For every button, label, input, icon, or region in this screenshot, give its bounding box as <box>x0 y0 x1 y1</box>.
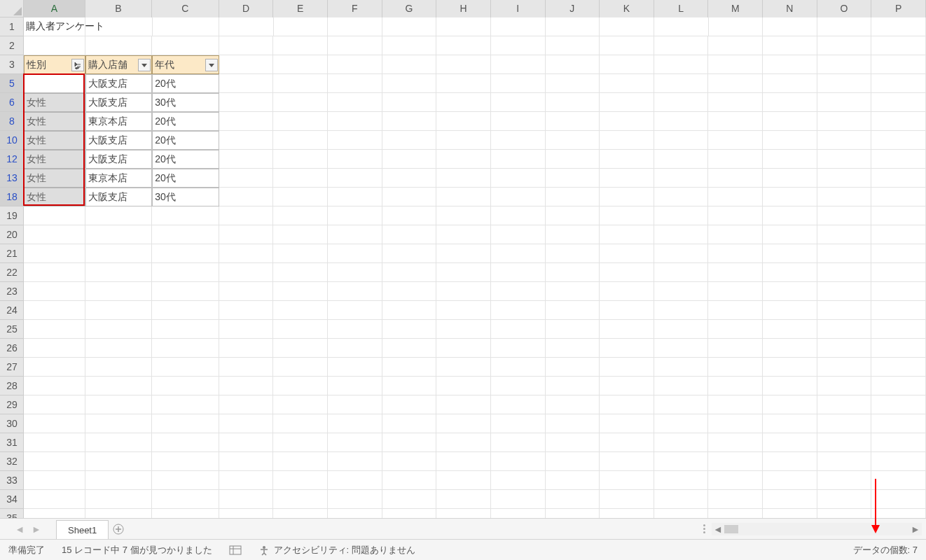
cell[interactable] <box>273 490 328 509</box>
row-header[interactable]: 1 <box>0 18 24 36</box>
cell[interactable] <box>382 320 437 339</box>
cell[interactable] <box>85 320 153 339</box>
column-header-B[interactable]: B <box>85 0 153 18</box>
cell[interactable] <box>871 490 926 509</box>
column-header-J[interactable]: J <box>546 0 600 18</box>
cell[interactable] <box>600 452 654 471</box>
table-cell[interactable]: 女性 <box>24 74 85 93</box>
cell[interactable] <box>546 490 600 509</box>
cell[interactable] <box>546 244 600 263</box>
table-cell[interactable]: 大阪支店 <box>85 131 153 150</box>
cell[interactable] <box>382 433 437 452</box>
cell[interactable] <box>436 396 491 414</box>
cell[interactable] <box>708 320 763 339</box>
cell[interactable] <box>219 93 274 112</box>
cell[interactable] <box>491 509 546 518</box>
cell[interactable] <box>600 377 654 396</box>
cell[interactable] <box>436 18 491 36</box>
cell[interactable] <box>763 509 817 518</box>
cell[interactable] <box>382 36 437 55</box>
cell[interactable] <box>491 18 546 36</box>
cell[interactable] <box>654 112 709 131</box>
cell[interactable] <box>817 490 872 509</box>
cell[interactable] <box>817 339 872 358</box>
cell[interactable] <box>491 169 546 188</box>
cell[interactable] <box>817 452 872 471</box>
cell[interactable] <box>382 263 437 282</box>
cell[interactable] <box>382 55 437 74</box>
cell[interactable] <box>546 36 600 55</box>
cell[interactable] <box>871 36 926 55</box>
table-header[interactable]: 購入店舗 <box>85 55 153 74</box>
row-header[interactable]: 24 <box>0 301 24 320</box>
cell[interactable] <box>85 225 153 244</box>
cell[interactable] <box>328 358 382 377</box>
cell[interactable] <box>871 112 926 131</box>
cell[interactable] <box>708 377 763 396</box>
cell[interactable] <box>152 263 219 282</box>
cell[interactable] <box>382 150 437 169</box>
cell[interactable] <box>708 131 763 150</box>
cell[interactable] <box>85 36 153 55</box>
cell[interactable] <box>654 55 709 74</box>
cell[interactable] <box>273 188 328 206</box>
cell[interactable] <box>273 452 328 471</box>
cell[interactable] <box>763 55 817 74</box>
cell[interactable] <box>219 301 274 320</box>
table-cell[interactable]: 女性 <box>24 188 85 206</box>
cell[interactable] <box>491 282 546 301</box>
sheet-tab[interactable]: Sheet1 <box>56 520 109 540</box>
cell[interactable] <box>491 377 546 396</box>
cell[interactable] <box>817 150 872 169</box>
cell[interactable] <box>763 74 817 93</box>
cell[interactable] <box>600 131 654 150</box>
cell[interactable] <box>436 188 491 206</box>
cell[interactable] <box>817 301 872 320</box>
cell[interactable] <box>763 263 817 282</box>
row-header[interactable]: 22 <box>0 263 24 282</box>
cell[interactable] <box>436 206 491 225</box>
cell[interactable] <box>491 36 546 55</box>
cell[interactable] <box>708 36 763 55</box>
cell[interactable] <box>328 452 382 471</box>
cell[interactable] <box>546 433 600 452</box>
cell[interactable] <box>219 377 274 396</box>
cell[interactable] <box>382 206 437 225</box>
cell[interactable] <box>382 282 437 301</box>
cell[interactable] <box>546 18 600 36</box>
cell[interactable] <box>382 188 437 206</box>
cell[interactable] <box>491 339 546 358</box>
cell[interactable] <box>817 396 872 414</box>
cell[interactable] <box>763 112 817 131</box>
table-cell[interactable]: 東京本店 <box>85 169 153 188</box>
cell[interactable] <box>546 396 600 414</box>
scroll-right-icon[interactable]: ► <box>909 523 922 536</box>
cell[interactable] <box>600 471 654 490</box>
cell[interactable] <box>85 509 153 518</box>
cell[interactable] <box>273 169 328 188</box>
cell[interactable] <box>708 433 763 452</box>
table-header[interactable]: 年代 <box>152 55 219 74</box>
cell[interactable] <box>491 490 546 509</box>
cell[interactable] <box>491 452 546 471</box>
cell[interactable] <box>763 414 817 433</box>
column-header-O[interactable]: O <box>817 0 872 18</box>
column-header-L[interactable]: L <box>654 0 709 18</box>
table-cell[interactable]: 20代 <box>152 112 219 131</box>
cell[interactable] <box>436 112 491 131</box>
cell[interactable] <box>546 414 600 433</box>
cell[interactable] <box>654 244 709 263</box>
cell[interactable] <box>871 206 926 225</box>
cell[interactable] <box>24 509 85 518</box>
cell[interactable] <box>491 206 546 225</box>
cell[interactable] <box>491 301 546 320</box>
cell[interactable] <box>654 74 709 93</box>
cell[interactable] <box>708 339 763 358</box>
cell[interactable] <box>219 188 274 206</box>
cell[interactable] <box>273 206 328 225</box>
cell[interactable] <box>328 320 382 339</box>
cell[interactable] <box>24 339 85 358</box>
table-cell[interactable]: 女性 <box>24 169 85 188</box>
cell[interactable] <box>708 112 763 131</box>
cell[interactable] <box>152 452 219 471</box>
